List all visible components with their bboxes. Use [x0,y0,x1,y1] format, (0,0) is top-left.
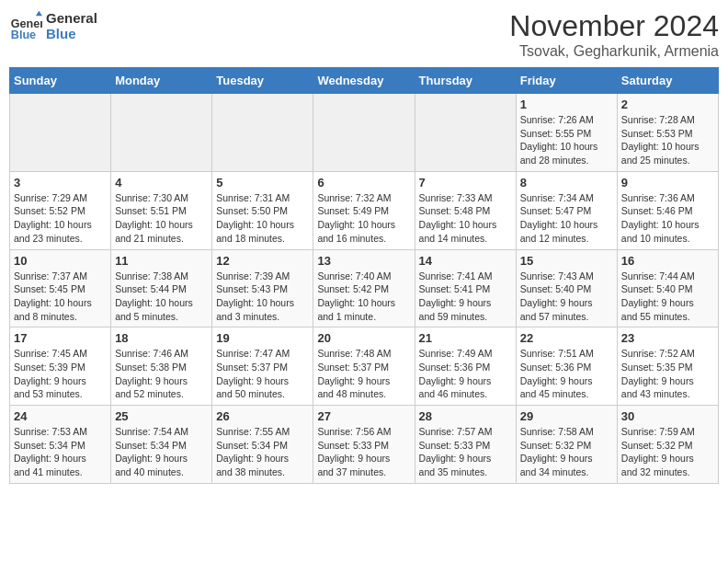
calendar-day-cell: 28Sunrise: 7:57 AM Sunset: 5:33 PM Dayli… [415,406,516,484]
day-number: 9 [621,176,714,190]
calendar-day-cell: 5Sunrise: 7:31 AM Sunset: 5:50 PM Daylig… [212,171,313,249]
day-info: Sunrise: 7:31 AM Sunset: 5:50 PM Dayligh… [216,191,309,246]
calendar-day-cell: 15Sunrise: 7:43 AM Sunset: 5:40 PM Dayli… [516,249,617,327]
calendar-day-cell: 30Sunrise: 7:59 AM Sunset: 5:32 PM Dayli… [617,406,718,484]
day-number: 3 [14,176,107,190]
header: General Blue General Blue November 2024 … [9,9,719,60]
calendar-table: SundayMondayTuesdayWednesdayThursdayFrid… [9,67,719,484]
day-info: Sunrise: 7:44 AM Sunset: 5:40 PM Dayligh… [621,270,714,324]
day-number: 18 [115,331,208,345]
calendar-week-row: 3Sunrise: 7:29 AM Sunset: 5:52 PM Daylig… [10,171,719,249]
calendar-day-cell: 4Sunrise: 7:30 AM Sunset: 5:51 PM Daylig… [111,171,212,249]
calendar-day-cell: 7Sunrise: 7:33 AM Sunset: 5:48 PM Daylig… [415,171,516,249]
calendar-day-cell: 19Sunrise: 7:47 AM Sunset: 5:37 PM Dayli… [212,327,313,406]
day-info: Sunrise: 7:34 AM Sunset: 5:47 PM Dayligh… [520,191,613,246]
calendar-day-cell: 21Sunrise: 7:49 AM Sunset: 5:36 PM Dayli… [415,327,516,406]
day-number: 21 [419,331,512,345]
day-number: 7 [419,176,512,190]
day-number: 11 [115,254,208,268]
day-number: 20 [317,331,410,345]
weekday-header-cell: Monday [111,68,212,94]
calendar-day-cell: 25Sunrise: 7:54 AM Sunset: 5:34 PM Dayli… [111,406,212,484]
day-info: Sunrise: 7:58 AM Sunset: 5:32 PM Dayligh… [520,425,613,479]
calendar-day-cell: 27Sunrise: 7:56 AM Sunset: 5:33 PM Dayli… [313,406,415,484]
calendar-day-cell [212,94,313,172]
calendar-day-cell: 29Sunrise: 7:58 AM Sunset: 5:32 PM Dayli… [516,406,617,484]
day-info: Sunrise: 7:49 AM Sunset: 5:36 PM Dayligh… [419,347,512,401]
logo-blue: Blue [46,26,97,41]
day-info: Sunrise: 7:39 AM Sunset: 5:43 PM Dayligh… [216,270,309,324]
day-number: 22 [520,331,613,345]
day-info: Sunrise: 7:45 AM Sunset: 5:39 PM Dayligh… [14,347,107,401]
calendar-day-cell: 22Sunrise: 7:51 AM Sunset: 5:36 PM Dayli… [516,327,617,406]
day-number: 8 [520,176,613,190]
day-number: 14 [419,254,512,268]
day-info: Sunrise: 7:48 AM Sunset: 5:37 PM Dayligh… [317,347,410,401]
svg-text:Blue: Blue [11,29,36,41]
day-info: Sunrise: 7:38 AM Sunset: 5:44 PM Dayligh… [115,270,208,324]
logo-general: General [46,10,97,26]
calendar-week-row: 1Sunrise: 7:26 AM Sunset: 5:55 PM Daylig… [10,94,719,172]
day-info: Sunrise: 7:56 AM Sunset: 5:33 PM Dayligh… [317,425,410,479]
weekday-header-cell: Friday [516,68,617,94]
day-info: Sunrise: 7:43 AM Sunset: 5:40 PM Dayligh… [520,270,613,324]
day-info: Sunrise: 7:30 AM Sunset: 5:51 PM Dayligh… [115,191,208,246]
calendar-day-cell: 2Sunrise: 7:28 AM Sunset: 5:53 PM Daylig… [617,94,718,172]
day-number: 10 [14,254,107,268]
logo-icon: General Blue [9,9,42,42]
calendar-day-cell: 10Sunrise: 7:37 AM Sunset: 5:45 PM Dayli… [10,249,111,327]
calendar-day-cell: 13Sunrise: 7:40 AM Sunset: 5:42 PM Dayli… [313,249,415,327]
calendar-day-cell [313,94,415,172]
weekday-header-cell: Wednesday [313,68,415,94]
day-info: Sunrise: 7:46 AM Sunset: 5:38 PM Dayligh… [115,347,208,401]
day-number: 15 [520,254,613,268]
calendar-week-row: 17Sunrise: 7:45 AM Sunset: 5:39 PM Dayli… [10,327,719,406]
calendar-day-cell: 17Sunrise: 7:45 AM Sunset: 5:39 PM Dayli… [10,327,111,406]
calendar-day-cell [10,94,111,172]
calendar-body: 1Sunrise: 7:26 AM Sunset: 5:55 PM Daylig… [10,94,719,484]
calendar-day-cell: 3Sunrise: 7:29 AM Sunset: 5:52 PM Daylig… [10,171,111,249]
day-number: 17 [14,331,107,345]
day-info: Sunrise: 7:32 AM Sunset: 5:49 PM Dayligh… [317,191,410,246]
day-number: 4 [115,176,208,190]
month-title: November 2024 [509,9,719,43]
calendar-week-row: 24Sunrise: 7:53 AM Sunset: 5:34 PM Dayli… [10,406,719,484]
weekday-header-cell: Tuesday [212,68,313,94]
day-info: Sunrise: 7:59 AM Sunset: 5:32 PM Dayligh… [621,425,714,479]
calendar-day-cell [111,94,212,172]
calendar-day-cell: 11Sunrise: 7:38 AM Sunset: 5:44 PM Dayli… [111,249,212,327]
day-info: Sunrise: 7:47 AM Sunset: 5:37 PM Dayligh… [216,347,309,401]
calendar-day-cell: 6Sunrise: 7:32 AM Sunset: 5:49 PM Daylig… [313,171,415,249]
day-info: Sunrise: 7:29 AM Sunset: 5:52 PM Dayligh… [14,191,107,246]
day-info: Sunrise: 7:37 AM Sunset: 5:45 PM Dayligh… [14,270,107,324]
weekday-header-cell: Thursday [415,68,516,94]
calendar-day-cell: 23Sunrise: 7:52 AM Sunset: 5:35 PM Dayli… [617,327,718,406]
day-info: Sunrise: 7:26 AM Sunset: 5:55 PM Dayligh… [520,113,613,167]
svg-marker-2 [36,11,42,16]
day-info: Sunrise: 7:57 AM Sunset: 5:33 PM Dayligh… [419,425,512,479]
day-info: Sunrise: 7:54 AM Sunset: 5:34 PM Dayligh… [115,425,208,479]
calendar-day-cell: 20Sunrise: 7:48 AM Sunset: 5:37 PM Dayli… [313,327,415,406]
day-number: 1 [520,98,613,111]
weekday-header-row: SundayMondayTuesdayWednesdayThursdayFrid… [10,68,719,94]
calendar-day-cell: 24Sunrise: 7:53 AM Sunset: 5:34 PM Dayli… [10,406,111,484]
calendar-day-cell: 1Sunrise: 7:26 AM Sunset: 5:55 PM Daylig… [516,94,617,172]
day-number: 25 [115,409,208,423]
day-number: 27 [317,409,410,423]
calendar-day-cell: 9Sunrise: 7:36 AM Sunset: 5:46 PM Daylig… [617,171,718,249]
day-number: 28 [419,409,512,423]
day-info: Sunrise: 7:40 AM Sunset: 5:42 PM Dayligh… [317,270,410,324]
weekday-header-cell: Saturday [617,68,718,94]
logo: General Blue General Blue [9,9,97,42]
calendar-day-cell: 16Sunrise: 7:44 AM Sunset: 5:40 PM Dayli… [617,249,718,327]
day-info: Sunrise: 7:51 AM Sunset: 5:36 PM Dayligh… [520,347,613,401]
day-info: Sunrise: 7:28 AM Sunset: 5:53 PM Dayligh… [621,113,714,167]
day-number: 16 [621,254,714,268]
calendar-day-cell [415,94,516,172]
calendar-day-cell: 14Sunrise: 7:41 AM Sunset: 5:41 PM Dayli… [415,249,516,327]
day-number: 24 [14,409,107,423]
day-number: 23 [621,331,714,345]
day-info: Sunrise: 7:41 AM Sunset: 5:41 PM Dayligh… [419,270,512,324]
day-number: 2 [621,98,714,111]
day-number: 6 [317,176,410,190]
